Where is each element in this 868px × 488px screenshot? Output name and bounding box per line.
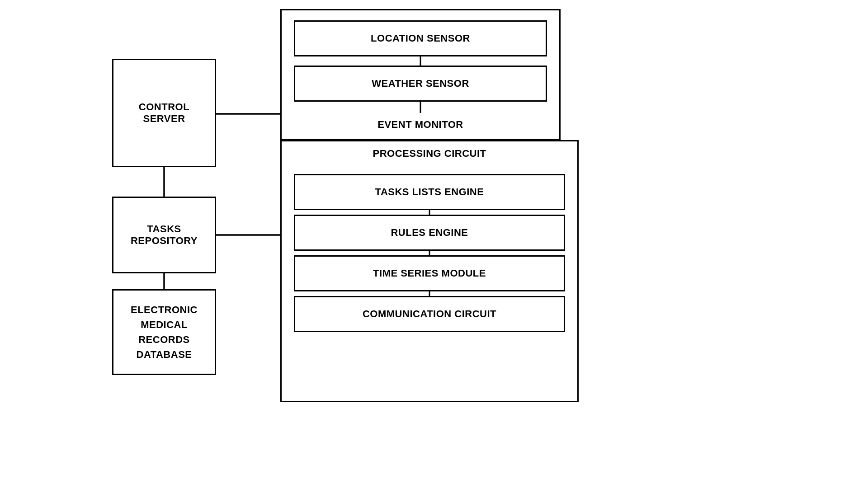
tasks-repository-box: TASKS REPOSITORY	[112, 197, 216, 273]
communication-circuit-box: COMMUNICATION CIRCUIT	[294, 296, 565, 332]
rules-engine-box: RULES ENGINE	[294, 215, 565, 251]
location-sensor-box: LOCATION SENSOR	[294, 20, 547, 56]
event-monitor-label: EVENT MONITOR	[282, 119, 559, 131]
control-server-box: CONTROL SERVER	[112, 59, 216, 167]
emr-database-box: ELECTRONIC MEDICAL RECORDS DATABASE	[112, 289, 216, 375]
time-series-module-box: TIME SERIES MODULE	[294, 255, 565, 291]
tasks-lists-engine-box: TASKS LISTS ENGINE	[294, 174, 565, 210]
weather-sensor-box: WEATHER SENSOR	[294, 66, 547, 102]
